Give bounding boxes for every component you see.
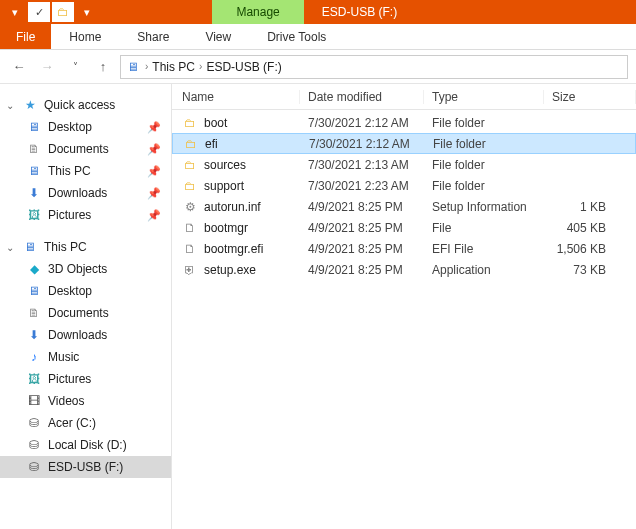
- inf-icon: ⚙: [182, 199, 198, 215]
- table-row[interactable]: 🗀support7/30/2021 2:23 AMFile folder: [172, 175, 636, 196]
- file-size: 1,506 KB: [544, 242, 636, 256]
- sidebar-item[interactable]: ♪Music: [0, 346, 171, 368]
- qat-dropdown-icon[interactable]: ▾: [76, 2, 98, 22]
- pc-icon: 🖥: [26, 163, 42, 179]
- sidebar-item-label: Local Disk (D:): [48, 438, 127, 452]
- file-date: 4/9/2021 8:25 PM: [300, 263, 424, 277]
- sidebar-item[interactable]: ⬇Downloads: [0, 324, 171, 346]
- folder-icon: 🗀: [183, 136, 199, 152]
- file-type: File folder: [424, 179, 544, 193]
- file-icon: 🗋: [182, 220, 198, 236]
- sidebar-item[interactable]: ⬇Downloads📌: [0, 182, 171, 204]
- download-icon: ⬇: [26, 327, 42, 343]
- back-button[interactable]: ←: [8, 56, 30, 78]
- file-type: File: [424, 221, 544, 235]
- main-area: ⌄ ★ Quick access 🖥Desktop📌🗎Documents📌🖥Th…: [0, 84, 636, 529]
- file-size: 73 KB: [544, 263, 636, 277]
- threed-icon: ◆: [26, 261, 42, 277]
- sidebar-item-label: Documents: [48, 142, 109, 156]
- file-date: 7/30/2021 2:12 AM: [300, 116, 424, 130]
- desktop-icon: 🖥: [26, 119, 42, 135]
- file-name: bootmgr.efi: [204, 242, 263, 256]
- table-row[interactable]: 🗋bootmgr.efi4/9/2021 8:25 PMEFI File1,50…: [172, 238, 636, 259]
- breadcrumb-separator[interactable]: ›: [145, 61, 148, 72]
- file-tab[interactable]: File: [0, 24, 51, 49]
- pc-icon: 🖥: [22, 239, 38, 255]
- table-row[interactable]: ⛨setup.exe4/9/2021 8:25 PMApplication73 …: [172, 259, 636, 280]
- file-name: boot: [204, 116, 227, 130]
- table-row[interactable]: 🗀efi7/30/2021 2:12 AMFile folder: [172, 133, 636, 154]
- pin-icon: 📌: [147, 165, 161, 178]
- column-date[interactable]: Date modified: [300, 90, 424, 104]
- table-row[interactable]: 🗀sources7/30/2021 2:13 AMFile folder: [172, 154, 636, 175]
- tree-this-pc: ⌄ 🖥 This PC ◆3D Objects🖥Desktop🗎Document…: [0, 236, 171, 478]
- tree-quick-access: ⌄ ★ Quick access 🖥Desktop📌🗎Documents📌🖥Th…: [0, 94, 171, 226]
- pc-icon: 🖥: [125, 59, 141, 75]
- sidebar-item-label: Downloads: [48, 328, 107, 342]
- video-icon: 🎞: [26, 393, 42, 409]
- folder-icon: 🗀: [182, 157, 198, 173]
- sidebar-item-label: Music: [48, 350, 79, 364]
- pin-icon: 📌: [147, 143, 161, 156]
- file-name: support: [204, 179, 244, 193]
- exe-icon: ⛨: [182, 262, 198, 278]
- breadcrumb[interactable]: 🖥 › This PC› ESD-USB (F:): [120, 55, 628, 79]
- sidebar-item-label: This PC: [48, 164, 91, 178]
- up-button[interactable]: ↑: [92, 56, 114, 78]
- column-type[interactable]: Type: [424, 90, 544, 104]
- table-row[interactable]: ⚙autorun.inf4/9/2021 8:25 PMSetup Inform…: [172, 196, 636, 217]
- sidebar-item[interactable]: 🖥Desktop: [0, 280, 171, 302]
- sidebar-item[interactable]: 🖥This PC📌: [0, 160, 171, 182]
- quick-access-label: Quick access: [44, 98, 115, 112]
- sidebar-item-label: Downloads: [48, 186, 107, 200]
- sidebar-item[interactable]: 🗎Documents📌: [0, 138, 171, 160]
- table-row[interactable]: 🗀boot7/30/2021 2:12 AMFile folder: [172, 112, 636, 133]
- file-icon: 🗋: [182, 241, 198, 257]
- sidebar-item[interactable]: ⛁Acer (C:): [0, 412, 171, 434]
- sidebar-item[interactable]: ◆3D Objects: [0, 258, 171, 280]
- tree-header-quick-access[interactable]: ⌄ ★ Quick access: [0, 94, 171, 116]
- sidebar-item[interactable]: 🖥Desktop📌: [0, 116, 171, 138]
- qat-menu-icon[interactable]: ▾: [4, 2, 26, 22]
- drive-icon: ⛁: [26, 459, 42, 475]
- breadcrumb-this-pc[interactable]: This PC›: [152, 60, 202, 74]
- tab-drive-tools[interactable]: Drive Tools: [249, 24, 344, 49]
- file-date: 7/30/2021 2:12 AM: [301, 137, 425, 151]
- sidebar-item-label: Desktop: [48, 284, 92, 298]
- table-row[interactable]: 🗋bootmgr4/9/2021 8:25 PMFile405 KB: [172, 217, 636, 238]
- file-area: Name Date modified Type Size 🗀boot7/30/2…: [172, 84, 636, 529]
- breadcrumb-current[interactable]: ESD-USB (F:): [206, 60, 281, 74]
- file-name: efi: [205, 137, 218, 151]
- quick-access-toolbar: ▾ ✓ 🗀 ▾: [0, 0, 102, 24]
- download-icon: ⬇: [26, 185, 42, 201]
- column-name[interactable]: Name: [172, 90, 300, 104]
- forward-button[interactable]: →: [36, 56, 58, 78]
- sidebar-item[interactable]: 🖼Pictures📌: [0, 204, 171, 226]
- qat-folder-icon[interactable]: 🗀: [52, 2, 74, 22]
- sidebar-item-label: ESD-USB (F:): [48, 460, 123, 474]
- sidebar-item[interactable]: ⛁Local Disk (D:): [0, 434, 171, 456]
- recent-dropdown-icon[interactable]: ˅: [64, 56, 86, 78]
- sidebar-item[interactable]: 🗎Documents: [0, 302, 171, 324]
- tab-view[interactable]: View: [187, 24, 249, 49]
- tree-header-this-pc[interactable]: ⌄ 🖥 This PC: [0, 236, 171, 258]
- sidebar-item-label: Documents: [48, 306, 109, 320]
- qat-save-icon[interactable]: ✓: [28, 2, 50, 22]
- tab-share[interactable]: Share: [119, 24, 187, 49]
- file-type: Setup Information: [424, 200, 544, 214]
- desktop-icon: 🖥: [26, 283, 42, 299]
- context-tab-manage[interactable]: Manage: [212, 0, 303, 24]
- file-date: 4/9/2021 8:25 PM: [300, 221, 424, 235]
- file-rows: 🗀boot7/30/2021 2:12 AMFile folder🗀efi7/3…: [172, 110, 636, 529]
- tab-home[interactable]: Home: [51, 24, 119, 49]
- folder-icon: 🗀: [182, 178, 198, 194]
- file-size: 1 KB: [544, 200, 636, 214]
- file-name: sources: [204, 158, 246, 172]
- sidebar-item-label: Videos: [48, 394, 84, 408]
- sidebar-item[interactable]: 🎞Videos: [0, 390, 171, 412]
- column-size[interactable]: Size: [544, 90, 636, 104]
- drive-icon: ⛁: [26, 415, 42, 431]
- sidebar-item[interactable]: ⛁ESD-USB (F:): [0, 456, 171, 478]
- sidebar-item[interactable]: 🖼Pictures: [0, 368, 171, 390]
- file-name: setup.exe: [204, 263, 256, 277]
